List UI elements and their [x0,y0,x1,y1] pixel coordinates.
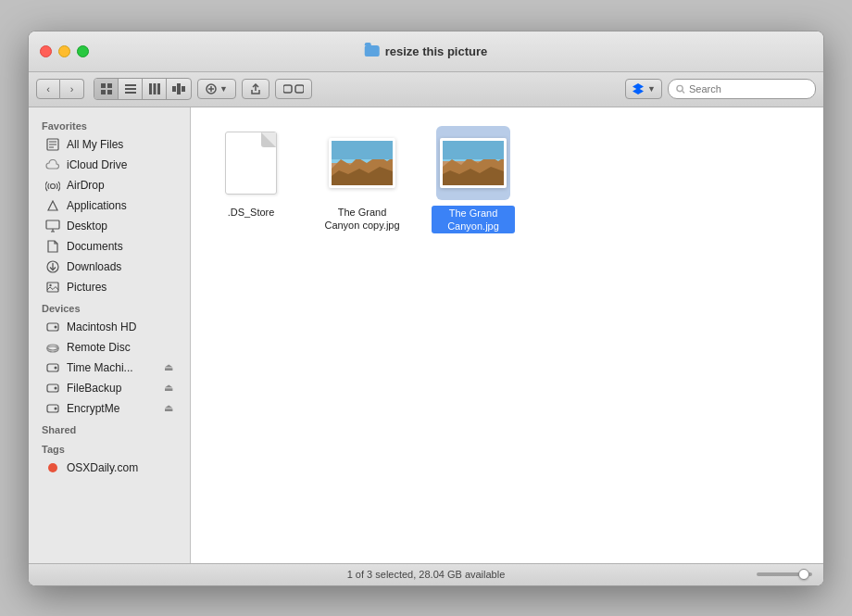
svg-rect-12 [182,86,185,92]
sidebar-item-downloads[interactable]: Downloads [32,257,186,277]
file-icon-wrap [325,126,399,200]
svg-rect-4 [125,84,136,86]
sidebar-item-airdrop[interactable]: AirDrop [32,175,186,195]
svg-point-46 [48,463,57,472]
sidebar-item-filebackup[interactable]: FileBackup ⏏ [32,378,186,398]
file-label: The Grand Canyon copy.jpg [320,206,404,233]
svg-point-43 [55,386,57,389]
svg-point-26 [51,183,56,188]
svg-point-20 [677,85,683,91]
remote-icon [45,340,60,355]
canyon-thumbnail [332,141,393,185]
files-icon [45,137,60,152]
sidebar-item-pictures[interactable]: Pictures [32,277,186,297]
svg-rect-17 [295,85,304,93]
minimize-button[interactable] [58,45,70,57]
sidebar-item-label: Applications [67,199,127,212]
sidebar-item-documents[interactable]: Documents [32,236,186,257]
svg-rect-27 [46,220,59,229]
close-button[interactable] [40,45,52,57]
svg-line-21 [683,91,684,93]
file-item[interactable]: The Grand Canyon.jpg [432,126,515,234]
maximize-button[interactable] [77,45,89,57]
image-thumbnail [329,138,395,188]
svg-rect-5 [125,88,136,90]
view-icon-button[interactable] [94,79,119,99]
time-icon [45,360,60,375]
svg-rect-10 [172,86,176,92]
sidebar-item-label: Macintosh HD [67,321,136,333]
svg-rect-32 [47,283,58,292]
svg-rect-7 [149,83,152,94]
zoom-slider[interactable] [757,572,812,576]
sidebar-item-time-machine[interactable]: Time Machi... ⏏ [32,358,186,378]
devices-label: Devices [29,297,190,317]
view-toggle-group [94,78,192,100]
docs-icon [45,239,60,254]
sidebar: Favorites All My Files iCloud Drive AirD… [29,107,191,563]
search-icon [676,84,685,94]
forward-button[interactable]: › [60,79,84,99]
sidebar-item-label: All My Files [67,138,123,151]
statusbar: 1 of 3 selected, 28.04 GB available [29,563,823,585]
sidebar-item-label: FileBackup [67,382,121,395]
nav-buttons: ‹ › [36,79,84,99]
file-label-selected: The Grand Canyon.jpg [432,206,515,234]
file-item[interactable]: The Grand Canyon copy.jpg [320,126,404,233]
back-button[interactable]: ‹ [36,79,60,99]
share-button[interactable] [242,79,269,99]
sidebar-item-remote-disc[interactable]: Remote Disc [32,337,186,358]
dropbox-button[interactable]: ▼ [625,79,662,99]
sidebar-item-applications[interactable]: Applications [32,195,186,216]
cloud-icon [45,157,60,172]
sidebar-item-label: AirDrop [67,179,105,192]
file-area: .DS_Store The Grand Canyon co [191,107,823,563]
sidebar-item-label: Pictures [67,281,106,294]
sidebar-item-label: Time Machi... [67,361,133,374]
svg-rect-8 [153,83,156,94]
sidebar-item-label: Remote Disc [67,341,131,354]
favorites-label: Favorites [29,115,190,134]
svg-rect-9 [157,83,160,94]
eject-icon[interactable]: ⏏ [164,402,173,414]
svg-rect-11 [177,83,181,94]
tag-icon [45,460,60,475]
path-button[interactable] [275,79,312,99]
view-cover-button[interactable] [167,79,191,99]
view-list-button[interactable] [119,79,143,99]
generic-file-icon [225,132,277,195]
sidebar-item-all-my-files[interactable]: All My Files [32,134,186,155]
svg-point-45 [55,407,57,409]
sidebar-item-macintosh-hd[interactable]: Macintosh HD [32,317,186,337]
encrypt-icon [45,401,60,416]
file-item[interactable]: .DS_Store [209,126,293,219]
action-button[interactable]: ▼ [197,79,236,99]
search-box[interactable] [668,79,816,99]
sidebar-item-desktop[interactable]: Desktop [32,216,186,236]
sidebar-item-encryptme[interactable]: EncryptMe ⏏ [32,398,186,419]
file-label: .DS_Store [228,206,275,219]
window-title: resize this picture [365,44,488,58]
sidebar-item-osxdaily[interactable]: OSXDaily.com [32,458,186,478]
eject-icon[interactable]: ⏏ [164,382,173,394]
sidebar-item-label: EncryptMe [67,402,119,415]
svg-rect-1 [107,83,112,88]
file-icon-wrap [214,126,288,200]
sidebar-item-label: Desktop [67,220,107,233]
svg-rect-51 [332,141,393,159]
downloads-icon [45,259,60,274]
slider-thumb[interactable] [798,569,809,580]
status-text: 1 of 3 selected, 28.04 GB available [347,569,506,580]
main-content: Favorites All My Files iCloud Drive AirD… [29,107,823,563]
backup-icon [45,381,60,396]
search-input[interactable] [689,83,808,94]
svg-rect-16 [283,85,292,93]
image-thumbnail-selected [440,138,507,188]
shared-label: Shared [29,419,190,438]
sidebar-item-label: Documents [67,240,123,253]
titlebar: resize this picture [29,31,823,72]
view-column-button[interactable] [143,79,167,99]
sidebar-item-icloud[interactable]: iCloud Drive [32,155,186,175]
tags-label: Tags [29,438,190,458]
eject-icon[interactable]: ⏏ [164,361,173,373]
